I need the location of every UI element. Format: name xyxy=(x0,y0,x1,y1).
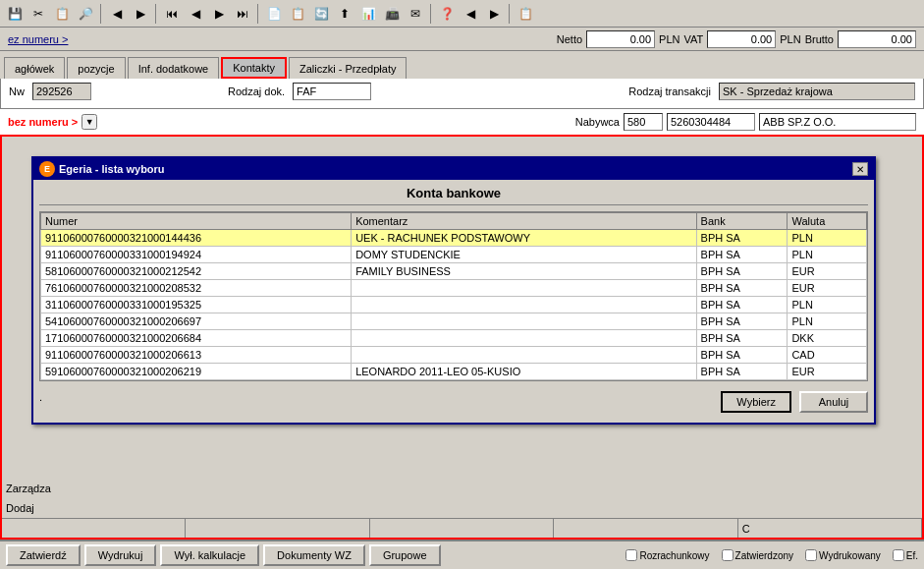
toolbar-btn-paste[interactable]: 📋 xyxy=(287,3,308,25)
status-seg-5[interactable]: C xyxy=(738,519,922,538)
cell-bank: BPH SA xyxy=(696,280,788,297)
rozrachunkowy-checkbox[interactable] xyxy=(625,549,637,561)
tab-header[interactable]: agłówek xyxy=(4,57,65,79)
toolbar-btn-chart[interactable]: 📊 xyxy=(357,3,379,25)
cell-komentarz: FAMILY BUSINESS xyxy=(352,263,696,280)
dodaj-hint: Dodaj xyxy=(6,502,34,514)
tab-additional[interactable]: Inf. dodatkowe xyxy=(128,57,220,79)
toolbar-btn-copy[interactable]: 📋 xyxy=(51,3,73,25)
modal-close-button[interactable]: ✕ xyxy=(852,162,868,176)
dokumenty-wz-button[interactable]: Dokumenty WZ xyxy=(263,544,365,566)
zatwierdzony-label: Zatwierdzony xyxy=(735,550,793,561)
toolbar-btn-fax[interactable]: 📠 xyxy=(381,3,403,25)
toolbar-btn-prev[interactable]: ◀ xyxy=(185,3,206,25)
toolbar-btn-up[interactable]: ⬆ xyxy=(334,3,355,25)
table-row[interactable]: 31106000760000331000195325BPH SAPLN xyxy=(41,297,867,313)
zatwierdz-button[interactable]: Zatwierdź xyxy=(6,544,81,566)
table-row[interactable]: 59106000760000321000206219LEONARDO 2011-… xyxy=(41,364,867,380)
modal-title: Egeria - lista wyboru xyxy=(59,163,165,175)
wydrukuj-button[interactable]: Wydrukuj xyxy=(84,544,157,566)
modal-titlebar: E Egeria - lista wyboru ✕ xyxy=(33,158,874,180)
vat-label: VAT xyxy=(683,33,703,45)
wydrukowany-checkbox[interactable] xyxy=(805,549,817,561)
bez-numeru-btn[interactable]: ▼ xyxy=(82,114,97,130)
rodzaj-transakcji-label: Rodzaj transakcji xyxy=(628,85,711,97)
vat-currency: PLN xyxy=(780,33,800,45)
nabywca-label: Nabywca xyxy=(575,116,620,128)
table-row[interactable]: 91106000760000321000144436UEK - RACHUNEK… xyxy=(41,230,867,247)
ef-group: Ef. xyxy=(893,549,918,561)
rodzaj-transakcji-input[interactable] xyxy=(719,83,915,100)
cell-waluta: PLN xyxy=(788,297,867,313)
bank-table-wrapper[interactable]: Numer Komentarz Bank Waluta 911060007600… xyxy=(39,211,868,381)
bez-numeru-link[interactable]: bez numeru > xyxy=(8,116,78,128)
zatwierdzony-checkbox[interactable] xyxy=(722,549,734,561)
cell-waluta: PLN xyxy=(788,230,867,247)
toolbar-btn-refresh[interactable]: 🔄 xyxy=(310,3,332,25)
nabywca-name-input[interactable] xyxy=(759,113,916,131)
cell-numer: 91106000760000331000194924 xyxy=(41,247,352,263)
table-row[interactable]: 76106000760000321000208532BPH SAEUR xyxy=(41,280,867,297)
toolbar-btn-nav-fwd[interactable]: ▶ xyxy=(483,3,505,25)
col-komentarz: Komentarz xyxy=(352,213,696,230)
cell-komentarz xyxy=(352,313,696,330)
nabywca-row: bez numeru > ▼ Nabywca xyxy=(0,109,924,135)
nw-input[interactable] xyxy=(32,83,91,100)
nabywca-nip-input[interactable] xyxy=(667,113,755,131)
cell-bank: BPH SA xyxy=(696,330,788,347)
toolbar-btn-last[interactable]: ⏭ xyxy=(232,3,253,25)
toolbar-btn-cut[interactable]: ✂ xyxy=(27,3,49,25)
cell-komentarz xyxy=(352,330,696,347)
toolbar-btn-first[interactable]: ⏮ xyxy=(161,3,183,25)
anuluj-button[interactable]: Anuluj xyxy=(799,391,868,413)
netto-value[interactable] xyxy=(586,30,655,48)
toolbar-btn-next[interactable]: ▶ xyxy=(208,3,230,25)
cell-komentarz: LEONARDO 2011-LEO 05-KUSIO xyxy=(352,364,696,380)
cell-bank: BPH SA xyxy=(696,364,788,380)
tab-positions[interactable]: pozycje xyxy=(67,57,125,79)
table-row[interactable]: 54106000760000321000206697BPH SAPLN xyxy=(41,313,867,330)
col-bank: Bank xyxy=(696,213,788,230)
modal-content: Konta bankowe Numer Komentarz Bank Walut… xyxy=(33,180,874,423)
cell-numer: 91106000760000321000144436 xyxy=(41,230,352,247)
ef-label: Ef. xyxy=(906,550,918,561)
cell-bank: BPH SA xyxy=(696,347,788,364)
toolbar-btn-back[interactable]: ◀ xyxy=(106,3,128,25)
ef-checkbox[interactable] xyxy=(893,549,904,561)
table-row[interactable]: 91106000760000331000194924DOMY STUDENCKI… xyxy=(41,247,867,263)
brutto-value[interactable] xyxy=(838,30,916,48)
toolbar-btn-search[interactable]: 🔎 xyxy=(75,3,96,25)
cell-waluta: PLN xyxy=(788,247,867,263)
table-row[interactable]: 91106000760000321000206613BPH SACAD xyxy=(41,347,867,364)
vat-value[interactable] xyxy=(707,30,776,48)
toolbar-btn-email[interactable]: ✉ xyxy=(405,3,426,25)
breadcrumb[interactable]: ez numeru > xyxy=(8,33,68,45)
netto-currency: PLN xyxy=(659,33,679,45)
status-seg-3 xyxy=(370,519,554,538)
toolbar-btn-misc[interactable]: 📋 xyxy=(515,3,536,25)
wyl-kalkulacje-button[interactable]: Wył. kalkulacje xyxy=(160,544,259,566)
cell-waluta: CAD xyxy=(788,347,867,364)
cell-komentarz: UEK - RACHUNEK PODSTAWOWY xyxy=(352,230,696,247)
toolbar-btn-save[interactable]: 💾 xyxy=(4,3,26,25)
bank-table: Numer Komentarz Bank Waluta 911060007600… xyxy=(40,212,867,380)
toolbar-btn-nav-back[interactable]: ◀ xyxy=(460,3,481,25)
toolbar: 💾 ✂ 📋 🔎 ◀ ▶ ⏮ ◀ ▶ ⏭ 📄 📋 🔄 ⬆ 📊 📠 ✉ ❓ ◀ ▶ … xyxy=(0,0,924,28)
rodzaj-dok-input[interactable] xyxy=(293,83,371,100)
cell-waluta: EUR xyxy=(788,280,867,297)
netto-label: Netto xyxy=(557,33,582,45)
grupowe-button[interactable]: Grupowe xyxy=(369,544,441,566)
table-row[interactable]: 17106000760000321000206684BPH SADKK xyxy=(41,330,867,347)
toolbar-btn-help[interactable]: ❓ xyxy=(436,3,458,25)
status-seg-2 xyxy=(186,519,369,538)
toolbar-btn-new[interactable]: 📄 xyxy=(263,3,285,25)
table-row[interactable]: 58106000760000321000212542FAMILY BUSINES… xyxy=(41,263,867,280)
tab-contacts[interactable]: Kontakty xyxy=(221,57,287,79)
wybierz-button[interactable]: Wybierz xyxy=(721,391,791,413)
tab-prepayments[interactable]: Zaliczki - Przedpłaty xyxy=(289,57,407,79)
nabywca-code-input[interactable] xyxy=(624,113,663,131)
cell-komentarz xyxy=(352,280,696,297)
wydrukowany-label: Wydrukowany xyxy=(819,550,881,561)
toolbar-btn-fwd[interactable]: ▶ xyxy=(130,3,151,25)
action-bar: Zatwierdź Wydrukuj Wył. kalkulacje Dokum… xyxy=(0,540,924,569)
